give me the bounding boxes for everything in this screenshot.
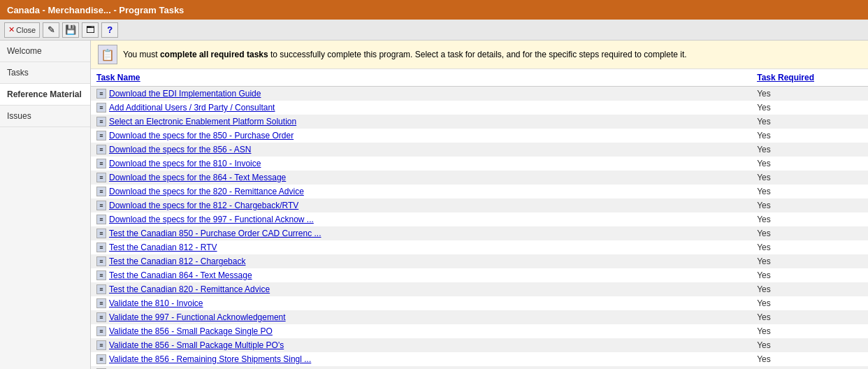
task-name-cell: ≡Validate the 856 - Remaining Store Ship…	[91, 352, 751, 366]
task-name-link[interactable]: Download the specs for the 864 - Text Me…	[109, 173, 286, 182]
table-row: ≡Download the specs for the 820 - Remitt…	[91, 184, 868, 198]
col-header-task-required: Task Required	[751, 69, 868, 87]
task-name-cell: ≡Test the Canadian 820 - Remittance Advi…	[91, 282, 751, 296]
save-icon: 💾	[65, 24, 76, 35]
task-required-cell: Yes	[751, 115, 868, 129]
task-name-link[interactable]: Download the specs for the 997 - Functio…	[109, 215, 314, 224]
task-required-cell: Yes	[751, 157, 868, 171]
task-name-link[interactable]: Download the specs for the 820 - Remitta…	[109, 187, 304, 196]
task-row-icon: ≡	[96, 326, 106, 336]
edit-icon-button[interactable]: ✎	[43, 22, 59, 38]
close-x-icon: ✕	[8, 25, 15, 34]
task-name-cell: ≡Download the specs for the 850 - Purcha…	[91, 129, 751, 143]
task-table: Task Name Task Required ≡Download the ED…	[91, 69, 868, 369]
task-name-sort-link[interactable]: Task Name	[96, 73, 140, 82]
task-name-link[interactable]: Test the Canadian 812 - RTV	[109, 243, 217, 252]
task-name-cell: ≡Validate the 810 - Invoice	[91, 296, 751, 310]
task-required-cell: Yes	[751, 212, 868, 226]
task-name-cell: ≡Test the Canadian 864 - Text Message	[91, 268, 751, 282]
task-row-icon: ≡	[96, 187, 106, 196]
task-table-body: ≡Download the EDI Implementation GuideYe…	[91, 87, 868, 370]
task-name-link[interactable]: Validate the 997 - Functional Acknowledg…	[109, 312, 286, 322]
task-name-cell: ≡Validate the 997 - Functional Acknowled…	[91, 310, 751, 324]
task-row-icon: ≡	[96, 173, 106, 182]
task-name-link[interactable]: Add Additional Users / 3rd Party / Consu…	[109, 103, 275, 113]
help-icon-button[interactable]: ?	[101, 22, 118, 38]
title-text: Canada - Merchandise... - Program Tasks	[7, 5, 184, 15]
task-row-icon: ≡	[96, 145, 106, 154]
sidebar-item-issues[interactable]: Issues	[0, 106, 90, 127]
table-row: ≡Download the specs for the 856 - ASNYes	[91, 143, 868, 157]
task-name-link[interactable]: Download the EDI Implementation Guide	[109, 89, 261, 99]
task-required-cell: Yes	[751, 310, 868, 324]
task-name-link[interactable]: Download the specs for the 856 - ASN	[109, 145, 251, 154]
task-name-cell: ≡Download the EDI Implementation Guide	[91, 87, 751, 101]
task-name-cell: ≡Test the Canadian 812 - Chargeback	[91, 254, 751, 268]
main-container: Welcome Tasks Reference Material Issues …	[0, 41, 868, 369]
task-name-cell: ≡Select an Electronic Enablement Platfor…	[91, 115, 751, 129]
info-bar: 📋 You must complete all required tasks t…	[91, 41, 868, 69]
task-name-link[interactable]: Test the Canadian 812 - Chargeback	[109, 256, 245, 266]
task-name-link[interactable]: Test the Canadian 820 - Remittance Advic…	[109, 284, 270, 294]
task-required-sort-link[interactable]: Task Required	[757, 73, 814, 82]
task-row-icon: ≡	[96, 354, 106, 364]
task-required-cell: Yes	[751, 352, 868, 366]
toolbar: ✕ Close ✎ 💾 🗔 ?	[0, 20, 868, 41]
window-icon-button[interactable]: 🗔	[82, 22, 99, 38]
sidebar-item-reference-material[interactable]: Reference Material	[0, 84, 90, 106]
window-icon: 🗔	[86, 24, 95, 35]
close-button[interactable]: ✕ Close	[4, 22, 40, 38]
table-row: ≡Test the Canadian 812 - ChargebackYes	[91, 254, 868, 268]
info-text: You must complete all required tasks to …	[123, 50, 687, 59]
table-row: ≡Test the Canadian 812 - RTVYes	[91, 240, 868, 254]
task-name-link[interactable]: Select an Electronic Enablement Platform…	[109, 117, 296, 126]
task-name-link[interactable]: Validate the 810 - Invoice	[109, 298, 203, 308]
table-row: ≡Validate the 997 - Functional Acknowled…	[91, 310, 868, 324]
table-header-row: Task Name Task Required	[91, 69, 868, 87]
task-name-link[interactable]: Validate the 856 - Small Package Multipl…	[109, 340, 284, 350]
table-row: ≡Test the Canadian 864 - Text MessageYes	[91, 268, 868, 282]
task-name-link[interactable]: Test the Canadian 864 - Text Message	[109, 270, 252, 280]
task-row-icon: ≡	[96, 201, 106, 210]
task-required-cell: Yes	[751, 268, 868, 282]
task-name-cell: ≡Validate the 856 - Small Package Single…	[91, 324, 751, 338]
col-header-task-name: Task Name	[91, 69, 751, 87]
task-name-link[interactable]: Validate the 856 - Small Package Single …	[109, 326, 273, 336]
table-row: ≡Validate the 856 - Small Package Single…	[91, 324, 868, 338]
task-row-icon: ≡	[96, 340, 106, 350]
content-area: 📋 You must complete all required tasks t…	[91, 41, 868, 369]
task-row-icon: ≡	[96, 131, 106, 140]
table-row: ≡Download the specs for the 997 - Functi…	[91, 212, 868, 226]
save-icon-button[interactable]: 💾	[62, 22, 79, 38]
task-name-cell: ≡Add Additional Users / 3rd Party / Cons…	[91, 101, 751, 115]
info-icon: 📋	[98, 45, 117, 64]
edit-icon: ✎	[48, 24, 55, 35]
task-required-cell: Yes	[751, 240, 868, 254]
task-name-cell: ≡Test the Canadian 850 - Purchase Order …	[91, 226, 751, 240]
task-name-cell: ≡Download the specs for the 997 - Functi…	[91, 212, 751, 226]
task-name-link[interactable]: Download the specs for the 810 - Invoice	[109, 159, 261, 168]
task-name-cell: ≡Download the specs for the 864 - Text M…	[91, 171, 751, 184]
task-name-link[interactable]: Test the Canadian 850 - Purchase Order C…	[109, 229, 321, 238]
task-name-link[interactable]: Download the specs for the 850 - Purchas…	[109, 131, 294, 140]
task-row-icon: ≡	[96, 117, 106, 126]
task-required-cell: Yes	[751, 143, 868, 157]
table-row: ≡Validate the 810 - InvoiceYes	[91, 296, 868, 310]
table-row: ≡Download the specs for the 850 - Purcha…	[91, 129, 868, 143]
task-required-cell: Yes	[751, 129, 868, 143]
task-name-link[interactable]: Download the specs for the 812 - Chargeb…	[109, 201, 298, 210]
task-row-icon: ≡	[96, 256, 106, 266]
help-icon: ?	[107, 24, 113, 35]
task-row-icon: ≡	[96, 243, 106, 252]
task-name-cell: ≡Download the specs for the 856 - ASN	[91, 143, 751, 157]
task-name-cell: ≡Download the specs for the 812 - Charge…	[91, 198, 751, 212]
table-row: ≡Validate the 856 - Remaining Store Ship…	[91, 366, 868, 369]
task-row-icon: ≡	[96, 312, 106, 322]
task-name-cell: ≡Validate the 856 - Small Package Multip…	[91, 338, 751, 352]
table-row: ≡Download the specs for the 812 - Charge…	[91, 198, 868, 212]
task-row-icon: ≡	[96, 270, 106, 280]
sidebar-item-tasks[interactable]: Tasks	[0, 62, 90, 84]
task-name-link[interactable]: Validate the 856 - Remaining Store Shipm…	[109, 354, 311, 364]
table-row: ≡Validate the 856 - Small Package Multip…	[91, 338, 868, 352]
sidebar-item-welcome[interactable]: Welcome	[0, 41, 90, 62]
